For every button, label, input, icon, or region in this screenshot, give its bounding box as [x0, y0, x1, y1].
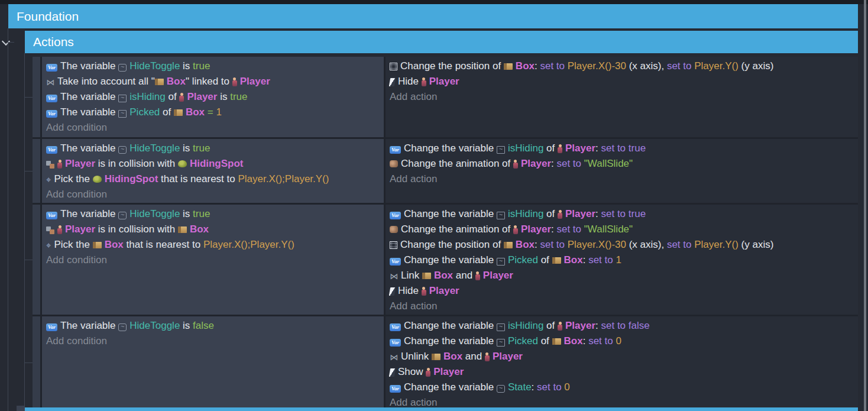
condition-row[interactable]: ⋈Take into account all "Box" linked to P… [42, 74, 384, 89]
chevron-down-icon[interactable] [2, 37, 10, 46]
text-segment: Player.X()-30 [568, 60, 626, 72]
add-condition-button[interactable]: Add condition [42, 187, 384, 202]
tree-rail [24, 53, 25, 411]
add-condition-button[interactable]: Add condition [42, 253, 384, 268]
text-segment: that is nearest to [158, 173, 238, 185]
text-segment: Picked [508, 254, 538, 266]
action-row[interactable]: ⋈Unlink Box and Player [386, 349, 858, 364]
group-header-actions[interactable]: Actions [25, 31, 858, 53]
window-top-strip [0, 0, 868, 4]
text-segment: set to [540, 239, 567, 250]
text-segment: State [508, 381, 532, 393]
action-row[interactable]: VarChange the variable ~State: set to 0 [386, 380, 858, 395]
action-row[interactable]: Change the position of Box: set to Playe… [386, 237, 858, 253]
text-segment: : [583, 254, 588, 266]
event-drag-handle[interactable] [33, 316, 42, 409]
event-drag-handle[interactable] [33, 205, 42, 315]
text-segment: Player [65, 158, 95, 169]
add-condition-button[interactable]: Add condition [42, 120, 384, 135]
action-row[interactable]: VarChange the variable ~Picked of Box: s… [386, 253, 858, 268]
text-segment: true [230, 91, 247, 102]
object-variable-icon: ~ [497, 258, 505, 266]
text-segment: of [538, 335, 552, 347]
text-segment: HideToggle [129, 208, 180, 219]
object-variable-icon: ~ [118, 95, 127, 102]
text-segment: Player.Y() [694, 60, 739, 72]
text-segment: isHiding [508, 143, 543, 154]
text-segment: Change the position of [400, 60, 504, 72]
action-row[interactable]: ⋈Link Box and Player [386, 268, 858, 283]
text-segment: " linked to [186, 76, 232, 87]
hidingspot-icon [93, 176, 102, 183]
next-group-indent [17, 406, 24, 411]
text-segment: is [180, 208, 193, 219]
action-row[interactable]: VarChange the variable ~isHiding of Play… [386, 141, 858, 156]
text-segment: (x axis), [626, 60, 667, 72]
player-icon [513, 160, 518, 169]
variable-badge-icon: Var [390, 258, 401, 266]
condition-row[interactable]: VarThe variable ~Picked of Box = 1 [42, 105, 384, 120]
text-segment: is [180, 320, 193, 331]
object-variable-icon: ~ [497, 212, 505, 219]
condition-row[interactable]: ⌖Pick the Box that is nearest to Player.… [42, 237, 384, 253]
text-segment: Box [434, 270, 453, 281]
action-row[interactable]: Change the position of Box: set to Playe… [386, 59, 858, 74]
variable-badge-icon: Var [390, 323, 401, 331]
text-segment: Change the variable [404, 254, 497, 266]
next-group-header[interactable] [25, 407, 858, 411]
text-segment: true [193, 143, 210, 154]
player-icon [513, 225, 518, 234]
variable-badge-icon: Var [390, 212, 401, 219]
text-segment: Box [564, 254, 583, 266]
event-drag-handle[interactable] [33, 57, 42, 137]
condition-row[interactable]: Player is in collision with Box [42, 222, 384, 237]
text-segment: : [595, 143, 601, 154]
action-row[interactable]: VarChange the variable ~Picked of Box: s… [386, 334, 858, 349]
condition-row[interactable]: VarThe variable ~HideToggle is true [42, 59, 384, 74]
collision-icon [46, 226, 54, 234]
action-row[interactable]: VarChange the variable ~isHiding of Play… [386, 318, 858, 334]
condition-row[interactable]: VarThe variable ~HideToggle is true [42, 206, 384, 222]
scene-variable-icon: ~ [118, 146, 127, 154]
action-row[interactable]: Show Player [386, 364, 858, 380]
action-row[interactable]: Change the animation of Player: set to "… [386, 222, 858, 237]
group-actions-label: Actions [33, 35, 74, 49]
scrollbar-thumb[interactable] [864, 0, 866, 411]
text-segment: Player.X();Player.Y() [203, 239, 294, 250]
action-row[interactable]: Change the animation of Player: set to "… [386, 156, 858, 171]
text-segment: The variable [60, 60, 118, 72]
box-icon [178, 226, 187, 233]
event-block: VarThe variable ~HideToggle is truePlaye… [33, 205, 858, 316]
condition-row[interactable]: VarThe variable ~HideToggle is false [42, 318, 384, 334]
action-row[interactable]: Hide Player [386, 74, 858, 89]
text-segment: HidingSpot [190, 158, 244, 169]
text-segment: Player [433, 366, 464, 377]
text-segment: true [193, 60, 210, 72]
text-segment: Box [190, 224, 209, 235]
text-segment: Change the position of [400, 239, 504, 250]
box-icon [504, 63, 513, 70]
condition-row[interactable]: Player is in collision with HidingSpot [42, 156, 384, 171]
text-segment: The variable [60, 106, 118, 118]
add-action-button[interactable]: Add action [386, 89, 858, 105]
condition-row[interactable]: ⌖Pick the HidingSpot that is nearest to … [42, 171, 384, 187]
text-segment: Change the variable [404, 320, 497, 331]
text-segment: Player [493, 351, 523, 362]
add-condition-button[interactable]: Add condition [42, 334, 384, 349]
text-segment: set to false [601, 320, 650, 331]
variable-badge-icon: Var [46, 110, 57, 118]
action-row[interactable]: Hide Player [386, 283, 858, 299]
tree-tick [24, 171, 33, 171]
action-row[interactable]: VarChange the variable ~isHiding of Play… [386, 206, 858, 222]
box-icon [155, 79, 164, 85]
link-icon: ⋈ [390, 349, 398, 365]
event-block: VarThe variable ~HideToggle is truePlaye… [33, 139, 858, 205]
player-icon [57, 160, 62, 169]
text-segment: Player [521, 224, 551, 235]
group-header-foundation[interactable]: Foundation [8, 4, 858, 28]
add-action-button[interactable]: Add action [386, 299, 858, 314]
condition-row[interactable]: VarThe variable ~HideToggle is true [42, 141, 384, 156]
event-drag-handle[interactable] [33, 139, 42, 203]
condition-row[interactable]: VarThe variable ~isHiding of Player is t… [42, 89, 384, 105]
add-action-button[interactable]: Add action [386, 171, 858, 187]
